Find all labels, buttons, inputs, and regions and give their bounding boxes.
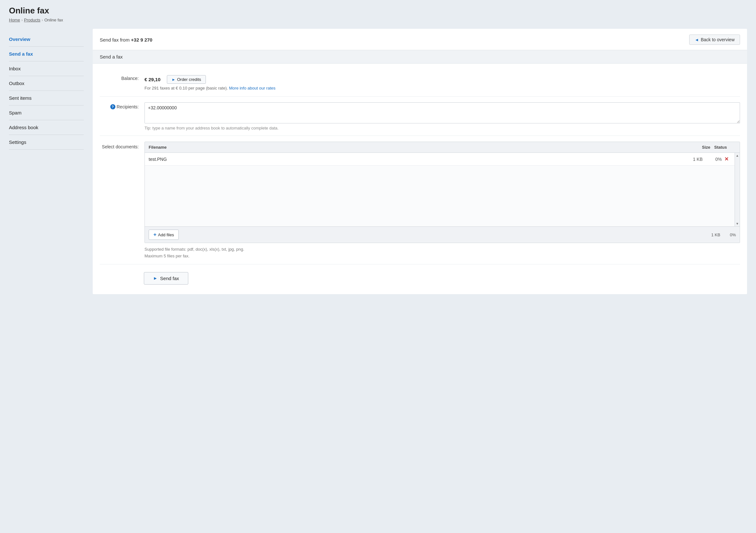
col-filename: Filename [148,145,685,150]
file-row-name: test.PNG [148,157,677,162]
back-to-overview-button[interactable]: ◄ Back to overview [689,35,740,45]
file-row-size: 1 KB [677,157,703,162]
breadcrumb-current: Online fax [44,17,63,22]
send-from-text: Send fax from +32 9 270 [100,37,152,42]
back-arrow-icon: ◄ [695,38,699,42]
recipients-help-icon[interactable]: ? [110,104,115,109]
add-files-button[interactable]: + Add files [148,230,179,240]
breadcrumb-separator-1: › [21,17,23,22]
balance-value-block: € 29,10 ► Order credits For 291 faxes at… [145,75,276,91]
sidebar-item-settings[interactable]: Settings [9,135,84,150]
scroll-down-icon[interactable]: ▼ [736,222,739,225]
add-files-label: Add files [158,233,174,237]
file-formats-line1: Supported file formats: pdf, doc(x), xls… [145,246,740,253]
documents-label: Select documents: [100,142,145,149]
content-area: Send fax from +32 9 270 ◄ Back to overvi… [93,29,747,294]
footer-total-size: 1 KB [711,233,720,237]
file-formats-line2: Maximum 5 files per fax. [145,253,740,260]
balance-row: Balance: € 29,10 ► Order credits For 291… [100,70,740,97]
file-table: Filename Size Status test.PNG 1 KB [145,142,740,243]
sidebar-item-inbox[interactable]: Inbox [9,61,84,76]
form-area: Balance: € 29,10 ► Order credits For 291… [93,64,747,265]
balance-amount-row: € 29,10 ► Order credits [145,75,276,84]
footer-total-status: 0% [730,233,736,237]
col-status: Status [710,145,736,150]
send-from-number: +32 9 270 [131,37,152,42]
balance-info: For 291 faxes at € 0.10 per page (basic … [145,86,276,91]
balance-label: Balance: [100,75,145,81]
sidebar-item-overview[interactable]: Overview [9,32,84,47]
sidebar: Overview Send a fax Inbox Outbox Sent it… [0,29,93,294]
sidebar-item-sent-items[interactable]: Sent items [9,91,84,105]
sidebar-item-outbox[interactable]: Outbox [9,76,84,91]
footer-totals: 1 KB 0% [711,233,736,237]
file-row-remove-button[interactable]: ✕ [722,156,731,162]
file-row-status: 0% [703,157,722,162]
section-header: Send a fax [93,50,747,64]
breadcrumb: Home › Products › Online fax [9,17,747,22]
page-header: Online fax Home › Products › Online fax [0,0,756,26]
recipients-label: ? Recipients: [100,102,145,109]
recipients-input[interactable]: +32.00000000 [145,102,740,124]
content-topbar: Send fax from +32 9 270 ◄ Back to overvi… [93,29,747,50]
col-size: Size [685,145,710,150]
table-row: test.PNG 1 KB 0% ✕ [145,153,735,166]
send-fax-arrow-icon: ► [153,276,158,281]
file-table-header: Filename Size Status [145,142,740,153]
file-formats-info: Supported file formats: pdf, doc(x), xls… [145,246,740,260]
breadcrumb-products[interactable]: Products [24,17,40,22]
order-credits-button[interactable]: ► Order credits [167,75,206,84]
breadcrumb-home[interactable]: Home [9,17,20,22]
file-table-inner: test.PNG 1 KB 0% ✕ ▲ ▼ [145,153,740,226]
send-fax-button[interactable]: ► Send fax [144,272,188,285]
recipients-tip: Tip: type a name from your address book … [145,126,740,130]
order-credits-arrow-icon: ► [172,77,176,82]
recipients-input-block: +32.00000000 Tip: type a name from your … [145,102,740,130]
file-table-footer: + Add files 1 KB 0% [145,226,740,243]
sidebar-item-address-book[interactable]: Address book [9,120,84,135]
sidebar-item-spam[interactable]: Spam [9,105,84,120]
add-files-plus-icon: + [153,232,156,238]
more-info-link[interactable]: More info about our rates [229,86,276,91]
scrollbar-area: ▲ ▼ [735,153,740,226]
documents-row: Select documents: Filename Size Status [100,136,740,265]
send-fax-area: ► Send fax [93,265,747,294]
documents-block: Filename Size Status test.PNG 1 KB [145,142,740,260]
file-table-rows: test.PNG 1 KB 0% ✕ [145,153,735,226]
breadcrumb-separator-2: › [41,17,43,22]
balance-amount: € 29,10 [145,77,160,82]
page-title: Online fax [9,6,747,16]
sidebar-item-send-a-fax[interactable]: Send a fax [9,47,84,61]
scroll-up-icon[interactable]: ▲ [736,154,739,157]
recipients-row: ? Recipients: +32.00000000 Tip: type a n… [100,97,740,136]
main-layout: Overview Send a fax Inbox Outbox Sent it… [0,26,756,307]
